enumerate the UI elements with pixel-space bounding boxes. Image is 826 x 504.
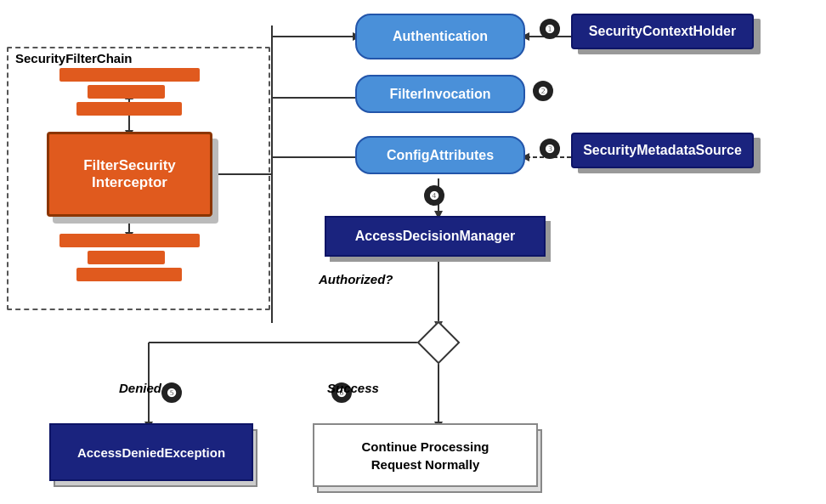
ade-inner: AccessDeniedException [49,423,253,481]
badge-1: ❶ [540,19,560,39]
filter-chain-label: SecurityFilterChain [15,51,133,65]
badge-5: ❺ [161,382,182,403]
authentication-box: Authentication [355,14,525,59]
access-decision-manager-box: AccessDecisionManager [325,216,546,257]
fsi-label: FilterSecurityInterceptor [83,157,176,192]
security-context-holder-box: SecurityContextHolder [571,14,754,49]
filter-invocation-box: FilterInvocation [355,75,525,113]
denied-label: Denied [119,381,161,395]
top-filter-bars [59,68,200,119]
badge-4: ❹ [424,185,444,206]
diagram-container: SecurityFilterChain FilterSecurityInterc… [0,0,826,504]
continue-processing-box: Continue ProcessingRequest Normally [313,423,538,487]
badge-2: ❷ [533,81,553,101]
filter-bar-top-1 [59,68,200,82]
bottom-filter-bars [59,234,200,285]
config-attributes-box: ConfigAttributes [355,136,525,174]
config-attributes-label: ConfigAttributes [387,148,494,163]
ade-label: AccessDeniedException [77,445,225,460]
badge-3: ❸ [540,139,560,159]
filter-invocation-label: FilterInvocation [389,87,490,102]
filter-bar-top-2 [88,85,165,99]
filter-bar-top-3 [76,102,182,116]
security-metadata-source-box: SecurityMetadataSource [571,133,754,168]
filter-bar-bot-3 [76,268,182,281]
continue-processing-label: Continue ProcessingRequest Normally [361,438,489,473]
access-decision-manager-label: AccessDecisionManager [355,229,516,244]
security-metadata-source-label: SecurityMetadataSource [583,143,742,158]
authorized-label: Authorized? [319,272,393,286]
diamond [417,321,461,365]
authentication-label: Authentication [393,29,488,44]
fsi-box: FilterSecurityInterceptor [47,132,212,217]
security-context-holder-label: SecurityContextHolder [589,24,736,39]
filter-bar-bot-1 [59,234,200,247]
filter-bar-bot-2 [88,251,165,264]
success-label: Success [327,381,379,395]
